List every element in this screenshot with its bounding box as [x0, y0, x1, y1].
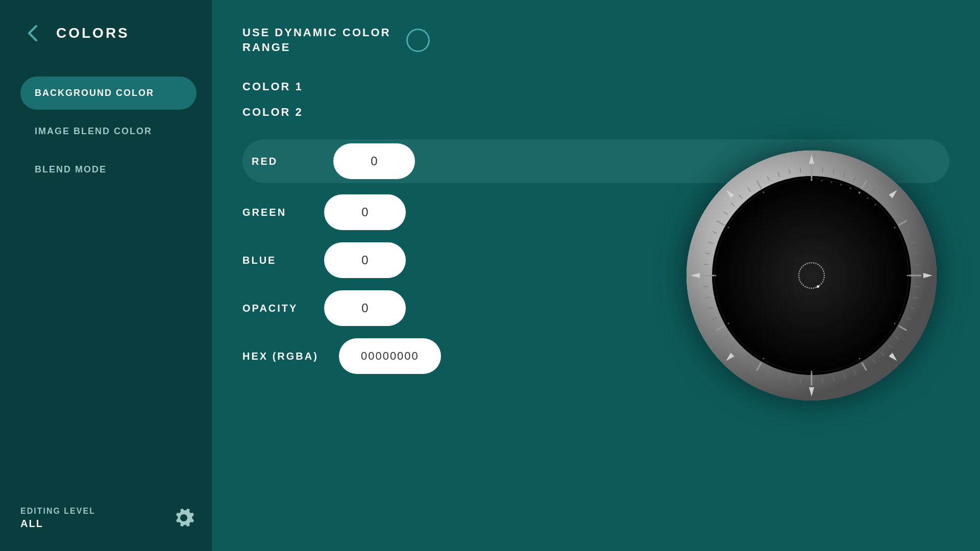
- sidebar-menu: BACKGROUND COLOR IMAGE BLEND COLOR BLEND…: [20, 77, 197, 495]
- sidebar-title: COLORS: [56, 25, 130, 41]
- svg-line-33: [915, 286, 920, 287]
- green-label: GREEN: [242, 207, 304, 218]
- svg-point-86: [811, 179, 813, 181]
- main-content: USE DYNAMIC COLOR RANGE COLOR 1 COLOR 2 …: [212, 0, 980, 551]
- svg-point-89: [907, 275, 909, 277]
- sidebar-footer: EDITING LEVEL ALL: [20, 495, 197, 531]
- editing-level-value: ALL: [20, 518, 95, 530]
- svg-point-125: [798, 275, 800, 277]
- sidebar-header: COLORS: [20, 20, 197, 46]
- hex-input[interactable]: 00000000: [339, 338, 441, 374]
- dynamic-color-label: USE DYNAMIC COLOR RANGE: [242, 26, 391, 55]
- hex-label: HEX (RGBA): [242, 350, 318, 362]
- svg-point-107: [824, 275, 825, 277]
- color2-row: COLOR 2: [242, 106, 949, 119]
- back-button[interactable]: [20, 20, 46, 46]
- svg-point-92: [811, 371, 813, 372]
- color2-label: COLOR 2: [242, 106, 345, 119]
- dynamic-color-section: USE DYNAMIC COLOR RANGE: [242, 26, 949, 55]
- opacity-input[interactable]: 0: [324, 290, 406, 326]
- svg-line-56: [703, 286, 708, 287]
- svg-point-116: [811, 288, 813, 289]
- dynamic-color-toggle[interactable]: [406, 29, 430, 52]
- watch-bezel: // We'll use transform rotate to place t…: [687, 151, 937, 400]
- svg-point-95: [715, 275, 717, 277]
- red-input[interactable]: 0: [333, 143, 415, 179]
- sidebar: COLORS BACKGROUND COLOR IMAGE BLEND COLO…: [0, 0, 212, 551]
- sidebar-item-blend-mode[interactable]: BLEND MODE: [20, 153, 197, 186]
- editing-level: EDITING LEVEL ALL: [20, 507, 95, 530]
- svg-line-68: [800, 167, 801, 172]
- svg-line-32: [915, 264, 920, 265]
- editing-level-label: EDITING LEVEL: [20, 507, 95, 516]
- svg-line-44: [822, 379, 823, 384]
- green-input[interactable]: 0: [324, 194, 406, 230]
- svg-point-8: [712, 176, 911, 375]
- blue-label: BLUE: [242, 255, 304, 266]
- blue-input[interactable]: 0: [324, 242, 406, 278]
- color1-row: COLOR 1: [242, 80, 949, 93]
- sidebar-item-background-color[interactable]: BACKGROUND COLOR: [20, 77, 197, 110]
- svg-point-98: [811, 262, 813, 264]
- svg-line-45: [800, 379, 801, 384]
- svg-line-21: [822, 167, 823, 172]
- color1-label: COLOR 1: [242, 80, 345, 93]
- watch-preview: // We'll use transform rotate to place t…: [684, 148, 939, 403]
- opacity-label: OPACITY: [242, 303, 304, 314]
- red-label: RED: [252, 156, 313, 167]
- gear-button[interactable]: [171, 505, 197, 531]
- sidebar-item-image-blend-color[interactable]: IMAGE BLEND COLOR: [20, 115, 197, 148]
- svg-line-57: [703, 264, 708, 265]
